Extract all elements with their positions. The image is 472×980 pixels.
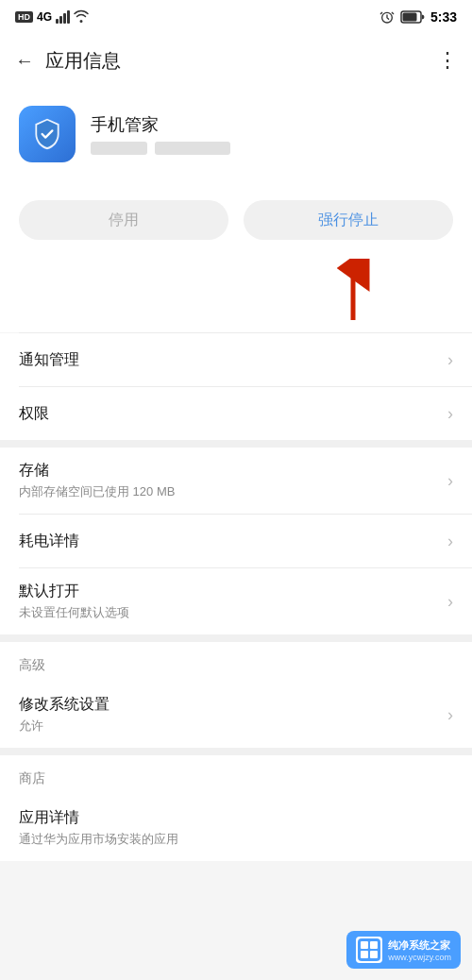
- menu-item-default-open[interactable]: 默认打开 未设置任何默认选项 ›: [0, 568, 472, 634]
- menu-item-battery-content: 耗电详情: [19, 518, 79, 565]
- store-label: 商店: [0, 755, 472, 795]
- menu-item-system-settings[interactable]: 修改系统设置 允许 ›: [0, 682, 472, 748]
- system-settings-title: 修改系统设置: [19, 695, 110, 715]
- menu-item-permissions[interactable]: 权限 ›: [0, 387, 472, 440]
- chevron-notifications: ›: [447, 350, 453, 370]
- status-left: HD 4G: [15, 9, 89, 25]
- menu-item-app-details-content: 应用详情 通过华为应用市场安装的应用: [19, 795, 178, 861]
- menu-item-battery[interactable]: 耗电详情 ›: [0, 515, 472, 567]
- app-subtitle: [91, 142, 230, 155]
- default-open-subtitle: 未设置任何默认选项: [19, 604, 129, 621]
- menu-item-notifications[interactable]: 通知管理 ›: [0, 333, 472, 386]
- storage-subtitle: 内部存储空间已使用 120 MB: [19, 483, 175, 500]
- section-divider-3: [0, 748, 472, 755]
- battery-icon: [400, 10, 425, 24]
- page-title: 应用信息: [45, 48, 121, 74]
- menu-item-default-open-content: 默认打开 未设置任何默认选项: [19, 568, 129, 634]
- shield-svg: [30, 117, 64, 151]
- storage-title: 存储: [19, 461, 175, 481]
- annotation-arrow-container: [0, 259, 472, 332]
- menu-section-1: 通知管理 › 权限 ›: [0, 333, 472, 440]
- chevron-system-settings: ›: [447, 705, 453, 725]
- menu-item-storage[interactable]: 存储 内部存储空间已使用 120 MB ›: [0, 448, 472, 514]
- red-arrow-annotation: [325, 259, 381, 325]
- menu-section-storage: 存储 内部存储空间已使用 120 MB › 耗电详情 › 默认打开 未设置任何默…: [0, 448, 472, 634]
- svg-rect-8: [361, 951, 368, 958]
- app-info-section: 手机管家: [0, 87, 472, 185]
- more-options-button[interactable]: ⋮: [437, 48, 457, 73]
- disable-button[interactable]: 停用: [19, 200, 228, 240]
- wifi-icon: [74, 9, 89, 25]
- section-divider-1: [0, 440, 472, 448]
- default-open-title: 默认打开: [19, 582, 129, 601]
- app-details-subtitle: 通过华为应用市场安装的应用: [19, 831, 178, 848]
- battery-title: 耗电详情: [19, 532, 79, 551]
- chevron-permissions: ›: [447, 404, 453, 424]
- hd-badge: HD: [15, 11, 33, 23]
- app-name: 手机管家: [91, 113, 230, 136]
- chevron-storage: ›: [447, 471, 453, 491]
- menu-item-system-settings-content: 修改系统设置 允许: [19, 682, 110, 748]
- watermark-icon: [356, 937, 382, 963]
- svg-rect-9: [370, 951, 378, 958]
- menu-item-app-details[interactable]: 应用详情 通过华为应用市场安装的应用: [0, 795, 472, 861]
- blur-block-1: [91, 142, 147, 155]
- permissions-title: 权限: [19, 404, 49, 424]
- menu-section-advanced: 高级 修改系统设置 允许 ›: [0, 642, 472, 748]
- svg-rect-6: [361, 941, 368, 949]
- signal-text: 4G: [37, 10, 52, 24]
- back-button[interactable]: ←: [15, 50, 34, 72]
- status-bar: HD 4G 5:33: [0, 0, 472, 34]
- watermark-line1: 纯净系统之家: [388, 938, 451, 953]
- menu-item-notifications-content: 通知管理: [19, 337, 79, 383]
- system-settings-subtitle: 允许: [19, 718, 110, 735]
- menu-item-storage-content: 存储 内部存储空间已使用 120 MB: [19, 448, 175, 514]
- notifications-title: 通知管理: [19, 350, 79, 370]
- app-icon: [19, 106, 76, 162]
- advanced-label: 高级: [0, 642, 472, 682]
- status-right: 5:33: [379, 9, 457, 25]
- top-bar-left: ← 应用信息: [15, 48, 121, 74]
- action-buttons: 停用 强行停止: [0, 185, 472, 259]
- menu-item-permissions-content: 权限: [19, 391, 49, 437]
- app-info-text: 手机管家: [91, 113, 230, 155]
- svg-rect-7: [370, 941, 378, 949]
- blur-block-2: [155, 142, 230, 155]
- svg-rect-2: [402, 13, 416, 22]
- time-display: 5:33: [430, 9, 457, 25]
- watermark-line2: www.ycwjzy.com: [388, 953, 451, 962]
- top-bar: ← 应用信息 ⋮: [0, 34, 472, 87]
- menu-section-store: 商店 应用详情 通过华为应用市场安装的应用: [0, 755, 472, 861]
- section-divider-2: [0, 634, 472, 642]
- signal-bars: [56, 10, 70, 24]
- app-details-title: 应用详情: [19, 808, 178, 828]
- alarm-icon: [379, 9, 395, 25]
- watermark: 纯净系统之家 www.ycwjzy.com: [346, 931, 461, 969]
- force-stop-button[interactable]: 强行停止: [244, 200, 453, 240]
- watermark-text: 纯净系统之家 www.ycwjzy.com: [388, 938, 451, 962]
- chevron-battery: ›: [447, 532, 453, 551]
- chevron-default-open: ›: [447, 592, 453, 612]
